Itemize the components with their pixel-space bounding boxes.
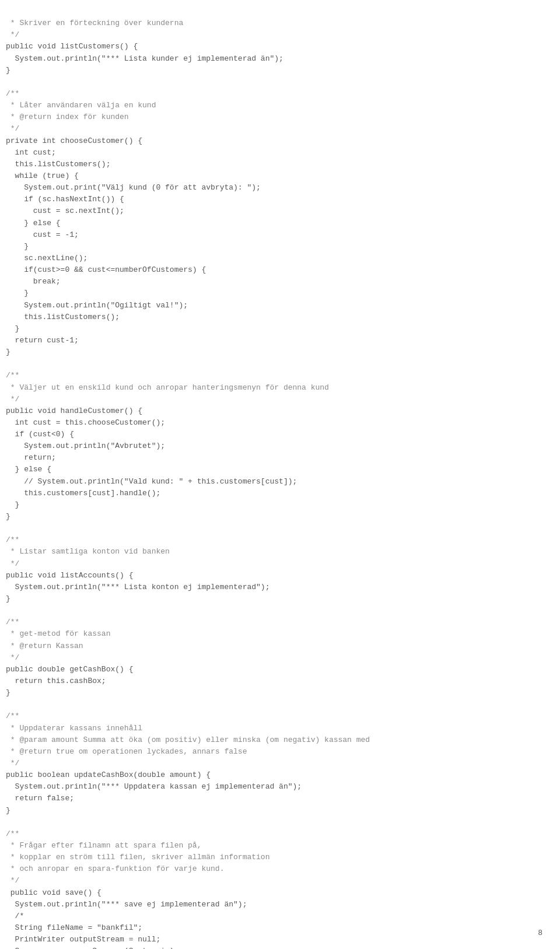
- code-line: return;: [6, 453, 56, 462]
- code-line: int cust;: [6, 148, 56, 157]
- code-line: return this.cashBox;: [6, 677, 106, 685]
- code-line: }: [6, 66, 10, 75]
- code-line: * Listar samtliga konton vid banken: [6, 547, 170, 556]
- code-line: */: [6, 559, 19, 568]
- code-line: */: [6, 395, 19, 404]
- code-line: System.out.println("Ogiltigt val!");: [6, 301, 188, 310]
- code-line: * @return Kassan: [6, 642, 83, 650]
- code-line: public void save() {: [6, 888, 102, 897]
- code-line: return false;: [6, 794, 74, 803]
- code-line: } else {: [6, 465, 51, 474]
- code-line: String fileName = "bankfil";: [6, 923, 142, 932]
- code-line: public boolean updateCashBox(double amou…: [6, 771, 211, 779]
- code-line: }: [6, 324, 19, 333]
- code-line: /**: [6, 89, 19, 98]
- code-line: * Skriver en förteckning över kunderna: [6, 19, 183, 27]
- code-line: }: [6, 289, 29, 297]
- code-line: PrintWriter outputStream = null;: [6, 935, 160, 944]
- code-line: public void listAccounts() {: [6, 571, 133, 580]
- code-line: public double getCashBox() {: [6, 665, 133, 674]
- code-line: int cust = this.chooseCustomer();: [6, 418, 165, 427]
- code-line: */: [6, 876, 19, 885]
- code-line: }: [6, 594, 10, 603]
- code-line: * och anropar en spara-funktion för varj…: [6, 864, 224, 873]
- code-line: /**: [6, 371, 19, 380]
- code-line: }: [6, 688, 10, 697]
- code-line: System.out.println("Avbrutet");: [6, 442, 165, 450]
- code-line: */: [6, 653, 19, 662]
- code-line: System.out.println("*** save ej implemen…: [6, 900, 247, 909]
- code-line: // System.out.println("Vald kund: " + th…: [6, 477, 297, 486]
- code-line: public void listCustomers() {: [6, 42, 138, 51]
- code-line: Scanner sc = new Scanner(System.in);: [6, 947, 178, 949]
- code-line: System.out.print("Välj kund (0 för att a…: [6, 183, 261, 192]
- code-line: this.customers[cust].handle();: [6, 489, 160, 498]
- code-line: this.listCustomers();: [6, 313, 120, 321]
- code-line: System.out.println("*** Lista kunder ej …: [6, 54, 284, 63]
- code-line: if(cust>=0 && cust<=numberOfCustomers) {: [6, 265, 206, 274]
- code-line: }: [6, 500, 19, 509]
- code-line: sc.nextLine();: [6, 254, 88, 262]
- code-line: cust = sc.nextInt();: [6, 206, 124, 215]
- code-line: /**: [6, 618, 19, 626]
- code-line: * Låter användaren välja en kund: [6, 101, 156, 110]
- code-line: * get-metod för kassan: [6, 629, 110, 638]
- code-line: public void handleCustomer() {: [6, 407, 142, 415]
- code-line: private int chooseCustomer() {: [6, 136, 142, 145]
- code-line: * @return true om operationen lyckades, …: [6, 747, 247, 756]
- code-line: /**: [6, 535, 19, 544]
- code-line: * Uppdaterar kassans innehåll: [6, 724, 142, 733]
- code-line: * Väljer ut en enskild kund och anropar …: [6, 383, 329, 392]
- code-line: * kopplar en ström till filen, skriver a…: [6, 853, 270, 862]
- code-line: }: [6, 806, 10, 815]
- code-line: * Frågar efter filnamn att spara filen p…: [6, 841, 201, 850]
- code-line: return cust-1;: [6, 336, 79, 345]
- code-line: }: [6, 348, 10, 356]
- code-line: cust = -1;: [6, 230, 79, 239]
- code-line: if (sc.hasNextInt()) {: [6, 195, 124, 204]
- code-line: * @return index för kunden: [6, 113, 129, 121]
- code-content: * Skriver en förteckning över kunderna *…: [0, 0, 560, 949]
- code-line: * @param amount Summa att öka (om positi…: [6, 736, 370, 744]
- code-line: */: [6, 759, 19, 768]
- code-line: System.out.println("*** Lista konton ej …: [6, 583, 270, 591]
- code-line: System.out.println("*** Uppdatera kassan…: [6, 782, 302, 791]
- code-line: */: [6, 30, 19, 39]
- code-line: } else {: [6, 219, 61, 227]
- code-line: this.listCustomers();: [6, 160, 110, 169]
- code-line: /**: [6, 829, 19, 838]
- code-line: while (true) {: [6, 171, 79, 180]
- page-number: 8: [538, 929, 542, 937]
- code-line: break;: [6, 277, 61, 286]
- code-line: if (cust<0) {: [6, 430, 74, 439]
- code-line: }: [6, 512, 10, 521]
- code-line: */: [6, 124, 19, 133]
- code-line: }: [6, 242, 29, 251]
- code-line: /**: [6, 712, 19, 720]
- code-line: /*: [6, 912, 24, 920]
